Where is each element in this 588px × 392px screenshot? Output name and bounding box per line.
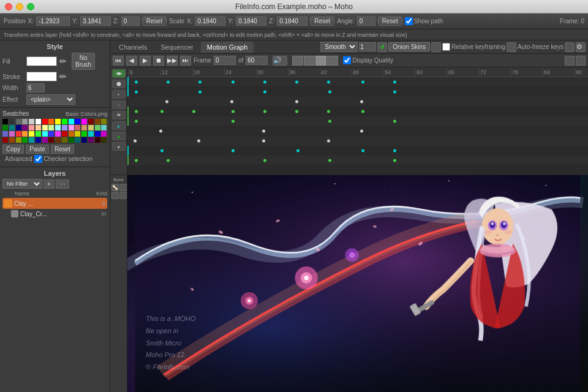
tl-tool-3[interactable]: + xyxy=(112,90,126,99)
color-cell[interactable] xyxy=(81,119,87,124)
color-cell[interactable] xyxy=(81,131,87,137)
tl-tool-6[interactable]: ▲ xyxy=(112,121,126,130)
reset-swatch-button[interactable]: Reset xyxy=(51,145,74,154)
tab-motion-graph[interactable]: Motion Graph xyxy=(201,42,254,53)
reset1-button[interactable]: Reset xyxy=(142,17,167,26)
color-cell[interactable] xyxy=(48,125,54,130)
layers-filter-select[interactable]: No Filter xyxy=(2,179,42,189)
color-cell[interactable] xyxy=(95,125,100,130)
add-layer-button[interactable]: + xyxy=(43,179,55,189)
scale-y-input[interactable] xyxy=(236,17,266,26)
tl-tool-7[interactable]: ▲ xyxy=(112,132,126,140)
fill-swatch[interactable] xyxy=(26,56,57,66)
color-cell[interactable] xyxy=(36,119,41,124)
color-cell[interactable] xyxy=(2,137,8,143)
stroke-edit-icon[interactable]: ✏ xyxy=(59,72,67,81)
reset2-button[interactable]: Reset xyxy=(310,17,334,26)
color-cell[interactable] xyxy=(22,119,28,124)
bone-tool-4[interactable] xyxy=(119,192,127,199)
tab-channels[interactable]: Channels xyxy=(113,42,153,53)
settings-icon[interactable]: ⚙ xyxy=(576,42,586,52)
reset3-button[interactable]: Reset xyxy=(378,17,402,26)
paste-swatch-button[interactable]: Paste xyxy=(26,145,49,154)
smooth-value-input[interactable] xyxy=(359,42,376,51)
color-cell[interactable] xyxy=(88,125,94,130)
color-cell[interactable] xyxy=(101,131,107,137)
color-cell[interactable] xyxy=(69,125,74,130)
tl-tool-4[interactable]: − xyxy=(112,100,126,109)
audio-icon[interactable]: 🔊 xyxy=(273,56,287,66)
color-cell[interactable] xyxy=(75,125,80,130)
color-cell[interactable] xyxy=(55,137,61,143)
tl-tool-1[interactable]: ◀▶ xyxy=(112,69,126,78)
x-input[interactable] xyxy=(36,17,70,26)
color-cell[interactable] xyxy=(62,119,67,124)
color-cell[interactable] xyxy=(55,131,61,137)
color-cell[interactable] xyxy=(69,119,74,124)
scale-z-input[interactable] xyxy=(277,17,307,26)
tl-tool-2[interactable]: ⬤ xyxy=(112,80,126,88)
color-cell[interactable] xyxy=(48,119,54,124)
color-cell[interactable] xyxy=(69,137,74,143)
layer-options-button[interactable]: ⋯ xyxy=(56,179,69,189)
color-cell[interactable] xyxy=(29,119,34,124)
skip-start-button[interactable]: ⏮ xyxy=(113,56,124,66)
color-cell[interactable] xyxy=(29,131,34,137)
color-cell[interactable] xyxy=(2,131,8,137)
minimize-button[interactable] xyxy=(16,3,23,10)
tl-tool-5[interactable]: ⇆ xyxy=(112,111,126,119)
color-cell[interactable] xyxy=(75,137,80,143)
tab-sequencer[interactable]: Sequencer xyxy=(154,42,199,53)
color-cell[interactable] xyxy=(62,125,67,130)
color-cell[interactable] xyxy=(36,125,41,130)
bone-tool-3[interactable] xyxy=(111,192,119,199)
color-cell[interactable] xyxy=(42,119,48,124)
color-cell[interactable] xyxy=(2,119,8,124)
color-cell[interactable] xyxy=(95,119,100,124)
color-cell[interactable] xyxy=(36,137,41,143)
color-cell[interactable] xyxy=(16,119,21,124)
color-cell[interactable] xyxy=(55,119,61,124)
color-cell[interactable] xyxy=(16,137,21,143)
color-cell[interactable] xyxy=(22,137,28,143)
color-cell[interactable] xyxy=(48,131,54,137)
color-cell[interactable] xyxy=(2,125,8,130)
bone-tool-1[interactable]: 🦴 xyxy=(111,184,119,191)
checker-checkbox[interactable] xyxy=(34,155,42,163)
quality-checkbox[interactable] xyxy=(343,56,351,64)
color-cell[interactable] xyxy=(42,137,48,143)
scale-x-input[interactable] xyxy=(195,17,225,26)
color-cell[interactable] xyxy=(95,137,100,143)
color-cell[interactable] xyxy=(42,131,48,137)
view-mode-1[interactable] xyxy=(292,56,303,66)
view-mode-4[interactable] xyxy=(327,56,338,66)
next-frame-button[interactable]: ▶▶ xyxy=(167,56,178,66)
total-frames-input[interactable] xyxy=(246,56,268,65)
color-cell[interactable] xyxy=(16,131,21,137)
play-button[interactable]: ▶ xyxy=(140,56,151,66)
color-cell[interactable] xyxy=(22,131,28,137)
stop-button[interactable]: ⏹ xyxy=(153,56,164,66)
color-cell[interactable] xyxy=(88,131,94,137)
no-brush-button[interactable]: No Brush xyxy=(72,53,95,70)
onion-skins-button[interactable]: Onion Skins xyxy=(388,42,430,51)
copy-swatch-button[interactable]: Copy xyxy=(2,145,24,154)
relative-keyframing-checkbox[interactable] xyxy=(442,43,450,51)
color-cell[interactable] xyxy=(62,131,67,137)
color-cell[interactable] xyxy=(9,119,15,124)
angle-input[interactable] xyxy=(357,17,375,26)
color-cell[interactable] xyxy=(16,125,21,130)
color-cell[interactable] xyxy=(55,125,61,130)
relative-kf-icon[interactable] xyxy=(507,42,516,52)
color-cell[interactable] xyxy=(75,131,80,137)
width-input[interactable] xyxy=(26,83,45,92)
show-path-checkbox[interactable] xyxy=(405,17,413,25)
color-cell[interactable] xyxy=(29,137,34,143)
prev-frame-button[interactable]: ◀ xyxy=(126,56,137,66)
color-cell[interactable] xyxy=(36,131,41,137)
tl-tool-8[interactable]: ● xyxy=(112,142,126,151)
stroke-swatch[interactable] xyxy=(26,72,57,81)
color-cell[interactable] xyxy=(69,131,74,137)
maximize-button[interactable] xyxy=(27,3,34,10)
color-cell[interactable] xyxy=(81,125,87,130)
